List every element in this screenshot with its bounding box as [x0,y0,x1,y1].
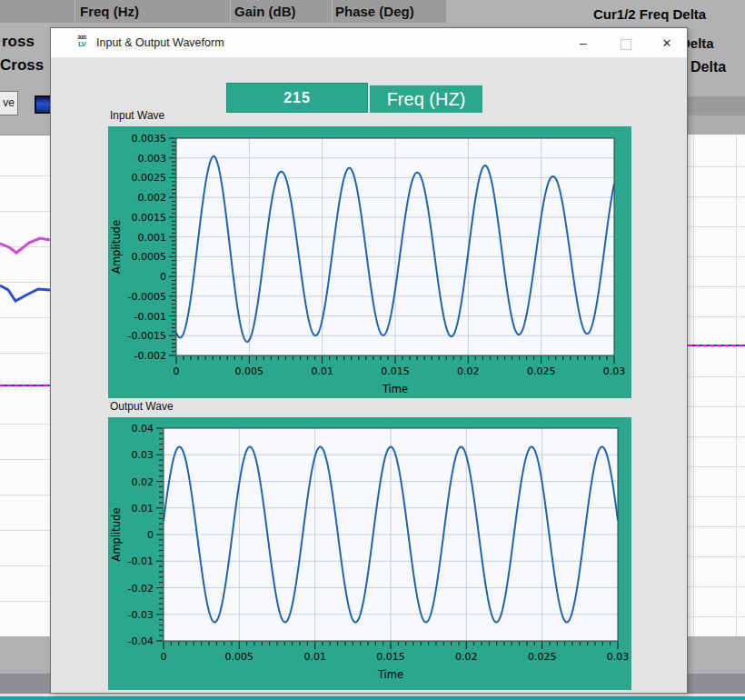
x-tick-label: 0.015 [376,651,405,663]
grid-line [0,601,50,602]
left-row-label-2: Cross [0,56,44,75]
x-tick-label: 0.005 [235,365,264,377]
output-wave-plot: 00.0050.010.0150.020.0250.030.040.030.02… [108,417,631,690]
labview-icon: 2021 LV [74,35,90,51]
input-wave-plot: 00.0050.010.0150.020.0250.030.00350.0030… [108,126,631,398]
grid-line [688,256,745,257]
y-tick-label: 0.03 [132,449,154,461]
left-row-label-1: ross [2,33,35,51]
y-tick-label: -0.04 [128,635,154,647]
grid-line [688,556,745,557]
x-tick-label: 0.015 [381,365,410,377]
y-tick-label: 0.0035 [132,133,167,145]
x-axis-title: Time [377,668,403,681]
grid-line [0,424,50,425]
y-tick-label: -0.0015 [128,330,166,342]
y-tick-label: 0.003 [138,153,167,165]
x-tick-label: 0.025 [527,365,556,377]
cursor-dashed-line[interactable] [688,345,745,346]
x-tick-label: 0.01 [303,651,326,663]
right-gray-band-2 [688,115,745,135]
grid-line [688,466,745,467]
background-chart-right [688,135,745,636]
grid-line [0,495,50,495]
grid-line [688,376,745,377]
grid-line [0,530,50,531]
y-tick-label: -0.001 [134,311,166,323]
y-axis-title: Amplitude [110,220,123,274]
x-tick-label: 0.02 [457,365,480,377]
grid-line [0,211,50,212]
freq-value-indicator[interactable]: 215 [226,83,368,113]
x-tick-label: 0.01 [311,365,333,377]
x-tick-label: 0.005 [225,651,253,663]
grid-line [0,565,50,566]
grid-line [688,436,745,437]
y-tick-label: 0 [147,529,154,541]
background-chart-left [0,135,50,637]
header-freq: Freq (Hz) [80,0,139,23]
header-separator [230,0,231,23]
cur-freq-delta-label: Cur1/2 Freq Delta [593,6,706,22]
y-tick-label: 0 [160,271,166,283]
grid-line [0,353,50,354]
y-tick-label: -0.02 [128,583,154,595]
output-wave-graph: 00.0050.010.0150.020.0250.030.040.030.02… [108,417,631,690]
y-tick-label: 0.04 [132,423,154,435]
waveform-window: 2021 LV Input & Output Waveform – ✕ 215 … [50,27,688,694]
magenta-trace [0,233,50,260]
y-tick-label: 0.001 [138,232,167,244]
header-phase: Phase (Deg) [335,0,414,23]
grid-line [688,496,745,497]
y-tick-label: 0.02 [132,476,154,488]
minimize-button[interactable]: – [570,28,597,58]
header-separator [332,0,333,23]
close-button[interactable]: ✕ [653,28,680,58]
grid-line [688,196,745,197]
grid-line [688,286,745,287]
grid-line [0,459,50,460]
wave-dropdown-fragment[interactable]: ve [0,91,18,115]
y-tick-label: 0.01 [132,503,154,515]
maximize-icon [621,39,631,50]
x-tick-label: 0.03 [607,651,630,663]
grid-line [693,135,694,636]
x-tick-label: 0.03 [603,365,626,377]
grid-line [0,175,50,176]
blue-trace [0,278,50,310]
x-axis-title: Time [382,383,408,395]
x-tick-label: 0.025 [528,651,557,663]
y-tick-label: 0.0005 [132,251,167,263]
right-gray-band-1 [688,96,745,115]
window-title: Input & Output Waveform [96,28,224,58]
bottom-teal-bar [0,696,745,700]
y-tick-label: -0.01 [128,555,154,567]
freq-unit-label: Freq (HZ) [369,85,483,114]
right-delta-label-2: Delta [690,59,726,75]
y-tick-label: 0.002 [138,192,167,204]
x-tick-label: 0 [174,365,180,377]
y-tick-label: 0.0025 [132,172,167,184]
input-wave-title: Input Wave [110,109,164,122]
header-gain: Gain (dB) [234,0,296,23]
screen: { "background": { "header_columns": ["Fr… [0,0,745,700]
grid-line [688,406,745,407]
grid-line [688,586,745,587]
y-tick-label: 0.0015 [132,212,167,224]
output-wave-title: Output Wave [110,400,174,413]
y-tick-label: -0.03 [128,609,154,621]
grid-line [688,226,745,227]
grid-line [0,317,50,318]
maximize-button[interactable] [612,28,640,58]
y-axis-title: Amplitude [110,508,123,562]
y-tick-label: -0.002 [134,350,166,362]
x-tick-label: 0.02 [455,651,478,663]
input-wave-graph: 00.0050.010.0150.020.0250.030.00350.0030… [108,126,631,398]
cursor-dashed-line[interactable] [0,385,50,386]
grid-line [736,135,737,636]
grid-line [688,526,745,527]
grid-line [688,616,745,617]
title-bar[interactable]: 2021 LV Input & Output Waveform – ✕ [51,28,687,58]
header-separator [74,0,75,23]
x-tick-label: 0 [161,651,167,663]
